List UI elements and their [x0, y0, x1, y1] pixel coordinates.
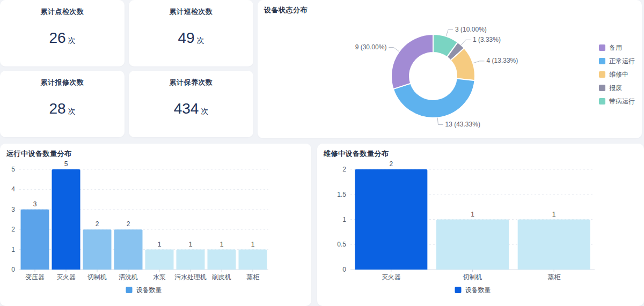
slice-label: 3 (10.00%) — [455, 26, 487, 33]
legend-item[interactable]: 带病运行 — [599, 98, 635, 105]
y-tick-label: 1 — [342, 216, 346, 223]
category-label: 水泵 — [153, 273, 166, 281]
bar-value-label: 1 — [251, 241, 255, 248]
bar[interactable] — [83, 229, 112, 270]
stat-value-row: 28次 — [0, 100, 125, 117]
bar-value-label: 1 — [471, 211, 474, 218]
bar[interactable] — [145, 250, 174, 270]
legend-swatch — [599, 98, 605, 105]
stat-unit: 次 — [197, 36, 204, 44]
legend-item[interactable]: 设备数量 — [455, 286, 491, 294]
bar[interactable] — [436, 220, 509, 270]
device-status-card: 设备状态分布 3 (10.00%)1 (3.33%)4 (13.33%)13 (… — [258, 0, 642, 138]
donut-slice[interactable] — [391, 34, 433, 89]
leader-line — [446, 29, 453, 36]
legend-swatch — [455, 287, 462, 293]
repairing-devices-bar-chart: 00.511.522灭火器1切制机1蒸柜 — [317, 144, 644, 306]
stat-label: 累计保养次数 — [129, 71, 253, 87]
category-label: 蒸柜 — [547, 273, 561, 281]
bar-value-label: 1 — [189, 241, 193, 248]
leader-line — [389, 48, 399, 52]
stat-value: 28 — [49, 100, 65, 117]
category-label: 污水处理机 — [174, 273, 207, 281]
stat-label: 累计报修次数 — [0, 71, 125, 87]
legend-swatch — [599, 85, 605, 91]
stat-value: 49 — [178, 29, 194, 46]
legend-label: 备用 — [609, 44, 622, 51]
stat-value-row: 26次 — [0, 29, 125, 47]
slice-label: 1 (3.33%) — [473, 36, 501, 43]
legend-label: 设备数量 — [465, 286, 491, 294]
leader-line — [461, 40, 471, 45]
bar-value-label: 2 — [127, 220, 130, 228]
running-devices-card: 运行中设备数量分布 0123453变压器5灭火器2切制机2清洗机1水泵1污水处理… — [0, 144, 311, 306]
category-label: 切制机 — [463, 273, 482, 281]
legend-swatch — [126, 287, 133, 293]
category-label: 蒸柜 — [246, 273, 260, 281]
stat-unit: 次 — [68, 107, 76, 115]
stat-label: 累计巡检次数 — [129, 0, 253, 17]
repairing-devices-card: 维修中设备数量分布 00.511.522灭火器1切制机1蒸柜 设备数量 — [317, 144, 644, 306]
stat-value: 434 — [174, 100, 199, 117]
category-label: 切制机 — [87, 273, 107, 281]
stat-value-row: 49次 — [129, 29, 253, 47]
bar[interactable] — [21, 210, 49, 270]
bar-value-label: 1 — [552, 211, 556, 218]
category-label: 灭火器 — [56, 273, 76, 281]
leader-line — [473, 61, 484, 63]
bar-value-label: 5 — [64, 160, 68, 168]
y-tick-label: 0.5 — [337, 241, 346, 248]
stat-card-maintenance: 累计保养次数 434次 — [129, 71, 253, 137]
stat-card-inspection: 累计点检次数 26次 — [0, 0, 125, 66]
legend-label: 维修中 — [609, 71, 628, 78]
bar-value-label: 1 — [158, 241, 162, 248]
stat-unit: 次 — [68, 36, 76, 44]
legend-label: 带病运行 — [609, 98, 635, 105]
y-tick-label: 0 — [342, 266, 346, 273]
y-tick-label: 2 — [342, 166, 346, 173]
bar-value-label: 2 — [96, 220, 99, 228]
stat-card-patrol: 累计巡检次数 49次 — [129, 0, 253, 66]
y-tick-label: 0 — [11, 266, 15, 273]
slice-label: 4 (13.33%) — [487, 57, 518, 64]
stat-label: 累计点检次数 — [0, 0, 125, 17]
slice-label: 13 (43.33%) — [445, 121, 480, 128]
bar[interactable] — [518, 220, 590, 270]
y-tick-label: 1 — [11, 246, 15, 253]
legend-item[interactable]: 维修中 — [599, 71, 635, 78]
legend-item[interactable]: 设备数量 — [126, 286, 162, 294]
y-tick-label: 4 — [11, 185, 15, 193]
bar[interactable] — [355, 169, 427, 270]
bar-value-label: 2 — [389, 160, 393, 168]
device-status-donut-chart: 3 (10.00%)1 (3.33%)4 (13.33%)13 (43.33%)… — [258, 0, 642, 138]
category-label: 削皮机 — [212, 273, 231, 281]
stat-unit: 次 — [201, 107, 208, 115]
legend-label: 设备数量 — [136, 286, 162, 294]
category-label: 清洗机 — [119, 273, 138, 281]
stat-value: 26 — [49, 29, 65, 46]
category-label: 变压器 — [25, 273, 45, 281]
bar[interactable] — [177, 250, 205, 270]
bar-value-label: 3 — [33, 200, 37, 208]
legend-item[interactable]: 备用 — [599, 44, 635, 51]
bar-value-label: 1 — [220, 241, 224, 248]
y-tick-label: 5 — [11, 166, 15, 173]
legend-swatch — [599, 44, 605, 51]
stat-card-repair-report: 累计报修次数 28次 — [0, 71, 125, 137]
y-tick-label: 3 — [11, 206, 15, 213]
running-devices-bar-chart: 0123453变压器5灭火器2切制机2清洗机1水泵1污水处理机1削皮机1蒸柜 — [0, 144, 311, 306]
y-tick-label: 1.5 — [337, 191, 346, 198]
legend-item[interactable]: 正常运行 — [599, 57, 635, 65]
bar[interactable] — [239, 250, 267, 270]
y-tick-label: 2 — [11, 226, 15, 233]
leader-line — [437, 118, 443, 125]
bar[interactable] — [52, 169, 80, 270]
bar[interactable] — [114, 229, 143, 270]
bar[interactable] — [208, 250, 236, 270]
legend-label: 正常运行 — [609, 57, 635, 65]
legend-swatch — [599, 71, 605, 78]
donut-legend: 备用正常运行维修中报废带病运行 — [599, 44, 635, 105]
legend-label: 报废 — [609, 84, 622, 92]
legend-item[interactable]: 报废 — [599, 84, 635, 92]
legend-swatch — [599, 58, 605, 64]
